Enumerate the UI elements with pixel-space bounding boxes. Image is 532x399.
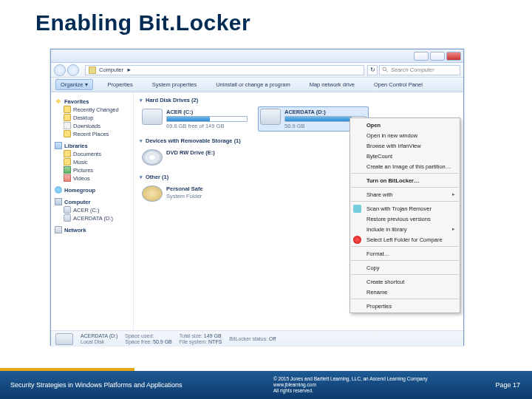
details-spaceused-lab: Space used:: [125, 333, 154, 338]
ctx-share-with[interactable]: Share with: [350, 189, 460, 200]
sidebar-item-downloads[interactable]: Downloads: [64, 122, 132, 129]
videos-icon: [64, 174, 71, 182]
details-spacefree: 50.9 GB: [153, 339, 172, 344]
ctx-browse-irfan[interactable]: Browse with IrfanView: [350, 140, 460, 151]
footer-copyright: © 2015 Jones and Bartlett Learning, LLC,…: [185, 376, 495, 394]
properties-button[interactable]: Properties: [103, 80, 137, 89]
sidebar-item-recent[interactable]: Recent Places: [64, 130, 132, 137]
shield-icon: [353, 205, 361, 213]
sidebar-item-music[interactable]: Music: [64, 158, 132, 166]
hdd-icon: [142, 109, 163, 125]
downloads-icon: [64, 122, 71, 129]
libraries-icon: [55, 142, 62, 149]
pictures-icon: [64, 166, 71, 174]
svg-point-0: [383, 67, 386, 71]
details-localdisk: Local Disk: [81, 339, 117, 345]
minimize-button[interactable]: [414, 52, 429, 61]
back-button[interactable]: [54, 64, 66, 76]
uninstall-button[interactable]: Uninstall or change a program: [211, 80, 294, 89]
favorites-header[interactable]: Favorites: [55, 98, 132, 105]
control-panel-button[interactable]: Open Control Panel: [369, 80, 427, 89]
drive-d-label: ACERDATA (D:): [284, 109, 366, 115]
ctx-separator: [351, 299, 459, 299]
breadcrumb[interactable]: Computer ►: [85, 65, 364, 75]
drive-c-free: 69.8 GB free of 149 GB: [166, 123, 248, 129]
ctx-open[interactable]: Open: [350, 120, 460, 130]
star-icon: [55, 98, 62, 105]
drive-safe-sub: System Folder: [166, 193, 203, 200]
drive-dvd-label: DVD RW Drive (E:): [166, 149, 215, 156]
group-hdd[interactable]: Hard Disk Drives (2): [140, 97, 457, 103]
network-header[interactable]: Network: [55, 226, 132, 233]
ctx-restore[interactable]: Restore previous versions: [350, 214, 460, 224]
drive-c[interactable]: ACER (C:) 69.8 GB free of 149 GB: [140, 106, 250, 132]
command-bar: Organize ▾ Properties System properties …: [51, 78, 463, 92]
sidebar-item-documents[interactable]: Documents: [64, 150, 132, 157]
sidebar-item-drive-d[interactable]: ACERDATA (D:): [64, 214, 132, 222]
ctx-separator: [351, 260, 459, 261]
ctx-bytecount[interactable]: ByteCount: [350, 151, 460, 161]
footer-course-title: Security Strategies in Windows Platforms…: [0, 381, 185, 389]
music-icon: [64, 158, 71, 166]
search-placeholder: Search Computer: [391, 66, 434, 73]
details-total: 149 GB: [204, 333, 222, 338]
ctx-turn-on-bitlocker[interactable]: Turn on BitLocker…: [350, 175, 460, 185]
nav-row: Computer ► ↻ Search Computer: [51, 63, 463, 78]
ctx-create-image[interactable]: Create an Image of this partition…: [350, 161, 460, 171]
ctx-separator: [351, 173, 459, 174]
computer-header[interactable]: Computer: [55, 198, 132, 205]
navigation-pane: Favorites Recently Changed Desktop Downl…: [51, 92, 134, 330]
ctx-scan-trojan[interactable]: Scan with Trojan Remover: [350, 203, 460, 214]
ctx-rename[interactable]: Rename: [350, 287, 460, 297]
ctx-copy[interactable]: Copy: [350, 262, 460, 273]
libraries-header[interactable]: Libraries: [55, 142, 132, 149]
recent-icon: [64, 130, 71, 137]
sidebar-item-desktop[interactable]: Desktop: [64, 114, 132, 121]
forward-button[interactable]: [67, 64, 79, 76]
sidebar-item-pictures[interactable]: Pictures: [64, 166, 132, 174]
details-bl-lab: BitLocker status:: [229, 336, 267, 341]
ctx-create-shortcut[interactable]: Create shortcut: [350, 276, 460, 287]
homegroup-header[interactable]: Homegroup: [55, 186, 132, 194]
ctx-select-left[interactable]: Select Left Folder for Compare: [350, 234, 460, 245]
system-properties-button[interactable]: System properties: [148, 80, 201, 89]
details-fs-lab: File system:: [180, 339, 207, 344]
drive-c-bar: [166, 116, 248, 122]
refresh-button[interactable]: ↻: [367, 65, 378, 75]
details-pane: ACERDATA (D:) Local Disk Space used: Spa…: [51, 330, 463, 347]
maximize-button[interactable]: [430, 52, 445, 61]
ctx-include-library[interactable]: Include in library: [350, 224, 460, 234]
organize-button[interactable]: Organize ▾: [55, 79, 93, 90]
sidebar-item-recently[interactable]: Recently Changed: [64, 106, 132, 113]
computer-icon: [55, 198, 62, 205]
search-input[interactable]: Search Computer: [379, 65, 460, 75]
footer-page: Page 17: [495, 381, 532, 389]
sidebar-item-videos[interactable]: Videos: [64, 174, 132, 182]
drive-c-label: ACER (C:): [166, 109, 248, 115]
explorer-window: Computer ► ↻ Search Computer Organize ▾ …: [50, 49, 464, 346]
network-icon: [55, 226, 62, 233]
sidebar-item-drive-c[interactable]: ACER (C:): [64, 206, 132, 214]
ctx-open-new[interactable]: Open in new window: [350, 130, 460, 140]
hdd-icon: [260, 109, 281, 125]
desktop-icon: [64, 114, 71, 121]
ctx-format[interactable]: Format…: [350, 248, 460, 259]
slide-footer: Security Strategies in Windows Platforms…: [0, 371, 532, 399]
details-total-lab: Total size:: [180, 333, 202, 338]
ctx-separator: [351, 274, 459, 275]
ctx-properties[interactable]: Properties: [350, 301, 460, 311]
breadcrumb-chevron: ►: [126, 66, 132, 73]
drive-safe[interactable]: Personal Safe System Folder: [140, 183, 250, 204]
folder-icon: [64, 106, 71, 113]
safe-icon: [142, 185, 163, 202]
drive-dvd[interactable]: DVD RW Drive (E:): [140, 147, 250, 168]
close-button[interactable]: [446, 52, 461, 61]
homegroup-icon: [55, 186, 62, 194]
computer-icon: [89, 66, 96, 74]
window-titlebar: [51, 50, 463, 63]
svg-line-1: [386, 70, 388, 72]
slide-title: Enabling Bit.Locker: [0, 0, 532, 40]
hdd-icon: [64, 214, 71, 222]
map-drive-button[interactable]: Map network drive: [305, 80, 359, 89]
ctx-separator: [351, 246, 459, 247]
